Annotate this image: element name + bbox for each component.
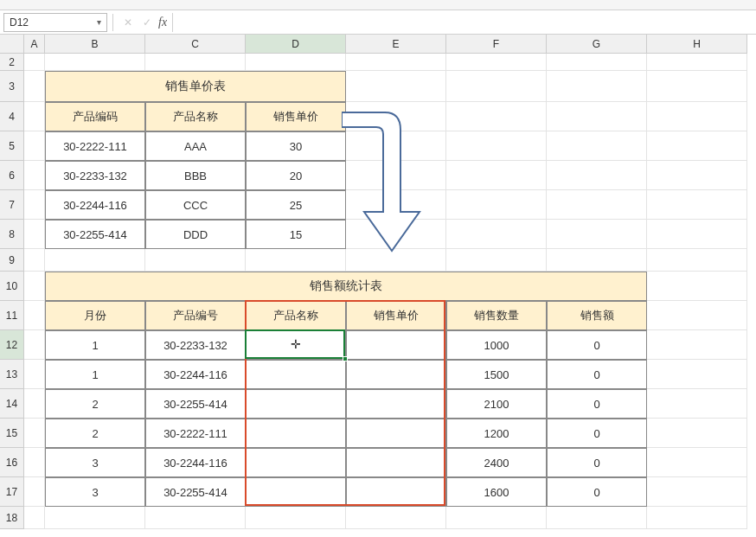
cell-C12[interactable]: 30-2233-132 xyxy=(145,330,246,360)
column-header-C[interactable]: C xyxy=(145,35,246,54)
row-header-3[interactable]: 3 xyxy=(0,71,24,102)
select-all-corner[interactable] xyxy=(0,35,24,54)
chevron-down-icon[interactable]: ▾ xyxy=(97,17,101,27)
cell-C14[interactable]: 30-2255-414 xyxy=(145,389,246,419)
cell-D4[interactable]: 销售单价 xyxy=(246,102,346,131)
cell-C7[interactable]: CCC xyxy=(145,190,246,220)
cell-F6[interactable] xyxy=(446,161,547,190)
cell-C6[interactable]: BBB xyxy=(145,161,246,190)
row-header-10[interactable]: 10 xyxy=(0,272,24,301)
cell-G14[interactable]: 0 xyxy=(547,389,647,419)
cell-E6[interactable] xyxy=(346,161,446,190)
row-header-9[interactable]: 9 xyxy=(0,249,24,272)
cell-D18[interactable] xyxy=(246,507,346,529)
row-header-8[interactable]: 8 xyxy=(0,220,24,249)
cell-D12[interactable] xyxy=(246,330,346,360)
cell-A2[interactable] xyxy=(24,54,45,71)
cell-B11[interactable]: 月份 xyxy=(45,301,145,330)
cell-B4[interactable]: 产品编码 xyxy=(45,102,145,131)
cell-G13[interactable]: 0 xyxy=(547,360,647,389)
cell-G15[interactable]: 0 xyxy=(547,419,647,448)
cancel-formula-button[interactable]: ✕ xyxy=(119,13,138,32)
name-box[interactable]: D12 ▾ xyxy=(3,13,107,32)
row-header-4[interactable]: 4 xyxy=(0,102,24,131)
cell-B15[interactable]: 2 xyxy=(45,419,145,448)
cell-D9[interactable] xyxy=(246,249,346,272)
cell-F3[interactable] xyxy=(446,71,547,102)
column-header-G[interactable]: G xyxy=(547,35,647,54)
cell-H10[interactable] xyxy=(647,272,747,301)
cell-G16[interactable]: 0 xyxy=(547,448,647,477)
cell-D2[interactable] xyxy=(246,54,346,71)
cell-A10[interactable] xyxy=(24,272,45,301)
cell-G7[interactable] xyxy=(547,190,647,220)
row-header-6[interactable]: 6 xyxy=(0,161,24,190)
cell-E14[interactable] xyxy=(346,389,446,419)
cell-E13[interactable] xyxy=(346,360,446,389)
cell-C11[interactable]: 产品编号 xyxy=(145,301,246,330)
column-header-A[interactable]: A xyxy=(24,35,45,54)
cell-D8[interactable]: 15 xyxy=(246,220,346,249)
cell-G3[interactable] xyxy=(547,71,647,102)
cell-H4[interactable] xyxy=(647,102,747,131)
cell-A3[interactable] xyxy=(24,71,45,102)
cell-H6[interactable] xyxy=(647,161,747,190)
cell-F7[interactable] xyxy=(446,190,547,220)
cell-E7[interactable] xyxy=(346,190,446,220)
cell-E11[interactable]: 销售单价 xyxy=(346,301,446,330)
cell-A9[interactable] xyxy=(24,249,45,272)
cell-B16[interactable]: 3 xyxy=(45,448,145,477)
row-header-16[interactable]: 16 xyxy=(0,448,24,477)
cell-E2[interactable] xyxy=(346,54,446,71)
cell-G4[interactable] xyxy=(547,102,647,131)
cell-B14[interactable]: 2 xyxy=(45,389,145,419)
cell-H17[interactable] xyxy=(647,477,747,507)
row-header-15[interactable]: 15 xyxy=(0,419,24,448)
cell-D6[interactable]: 20 xyxy=(246,161,346,190)
cell-B2[interactable] xyxy=(45,54,145,71)
cell-B3[interactable]: 销售单价表 xyxy=(45,71,346,102)
row-header-18[interactable]: 18 xyxy=(0,507,24,529)
cell-B5[interactable]: 30-2222-111 xyxy=(45,131,145,161)
cell-A12[interactable] xyxy=(24,330,45,360)
cell-C8[interactable]: DDD xyxy=(145,220,246,249)
row-header-12[interactable]: 12 xyxy=(0,330,24,360)
cell-E3[interactable] xyxy=(346,71,446,102)
cell-E15[interactable] xyxy=(346,419,446,448)
row-header-17[interactable]: 17 xyxy=(0,477,24,507)
cell-G18[interactable] xyxy=(547,507,647,529)
row-header-11[interactable]: 11 xyxy=(0,301,24,330)
cell-C17[interactable]: 30-2255-414 xyxy=(145,477,246,507)
cell-F13[interactable]: 1500 xyxy=(446,360,547,389)
cell-H5[interactable] xyxy=(647,131,747,161)
cell-E4[interactable] xyxy=(346,102,446,131)
cell-H16[interactable] xyxy=(647,448,747,477)
cell-C16[interactable]: 30-2244-116 xyxy=(145,448,246,477)
cell-H2[interactable] xyxy=(647,54,747,71)
row-header-13[interactable]: 13 xyxy=(0,360,24,389)
cell-F15[interactable]: 1200 xyxy=(446,419,547,448)
cell-F17[interactable]: 1600 xyxy=(446,477,547,507)
cell-A16[interactable] xyxy=(24,448,45,477)
cell-G17[interactable]: 0 xyxy=(547,477,647,507)
cell-H11[interactable] xyxy=(647,301,747,330)
cell-F18[interactable] xyxy=(446,507,547,529)
cell-A18[interactable] xyxy=(24,507,45,529)
cell-F9[interactable] xyxy=(446,249,547,272)
formula-input[interactable] xyxy=(172,13,753,32)
cell-F11[interactable]: 销售数量 xyxy=(446,301,547,330)
cell-A4[interactable] xyxy=(24,102,45,131)
cell-H14[interactable] xyxy=(647,389,747,419)
row-header-7[interactable]: 7 xyxy=(0,190,24,220)
cell-F5[interactable] xyxy=(446,131,547,161)
cell-A13[interactable] xyxy=(24,360,45,389)
cell-H9[interactable] xyxy=(647,249,747,272)
cell-D13[interactable] xyxy=(246,360,346,389)
cell-E16[interactable] xyxy=(346,448,446,477)
confirm-formula-button[interactable]: ✓ xyxy=(138,13,157,32)
cell-G6[interactable] xyxy=(547,161,647,190)
cell-C15[interactable]: 30-2222-111 xyxy=(145,419,246,448)
cell-G2[interactable] xyxy=(547,54,647,71)
cell-D7[interactable]: 25 xyxy=(246,190,346,220)
cell-E17[interactable] xyxy=(346,477,446,507)
